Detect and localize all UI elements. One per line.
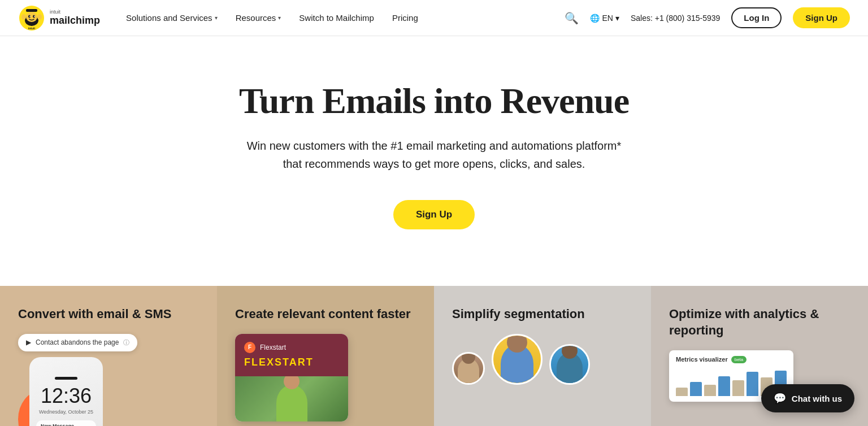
email-header: F Flexstart FLEXSTART (235, 334, 348, 376)
feature-title-3: Simplify segmentation (452, 306, 633, 323)
nav-right: 🔍 🌐 EN ▾ Sales: +1 (800) 315-5939 Log In… (565, 7, 850, 28)
metrics-header: Metrics visualizer beta (676, 356, 787, 363)
chat-bubble-icon: 💬 (774, 392, 786, 405)
logo-link[interactable]: intuit intuit mailchimp (18, 5, 100, 32)
nav-solutions[interactable]: Solutions and Services ▾ (118, 8, 225, 27)
bar-6 (747, 372, 758, 396)
phone-time: 12:36 (41, 384, 92, 408)
phone-notification: New Message (36, 420, 96, 426)
card1-content: ▶ Contact abandons the page ⓘ 12:36 Wedn… (18, 334, 199, 426)
phone-mockup: 12:36 Wednesday, October 25 New Message (29, 357, 103, 426)
bar-4 (718, 376, 730, 396)
feature-title-2: Create relevant content faster (235, 306, 416, 323)
email-image (235, 376, 348, 421)
bar-5 (732, 380, 744, 396)
nav-resources[interactable]: Resources ▾ (228, 8, 289, 27)
hero-subtitle: Win new customers with the #1 email mark… (236, 137, 632, 173)
metrics-badge: beta (731, 356, 747, 363)
feature-title-4: Optimize with analytics & reporting (669, 306, 850, 338)
svg-text:intuit: intuit (28, 27, 36, 30)
bar-1 (676, 388, 688, 396)
avatar-2 (492, 334, 542, 385)
hero-section: Turn Emails into Revenue Win new custome… (0, 36, 868, 286)
chevron-down-icon: ▾ (615, 14, 619, 23)
phone-screen: 12:36 Wednesday, October 25 New Message (29, 357, 103, 426)
signup-nav-button[interactable]: Sign Up (793, 7, 850, 28)
svg-point-5 (29, 16, 31, 17)
feature-card-email-sms: Convert with email & SMS ▶ Contact aband… (0, 286, 217, 426)
automation-bubble: ▶ Contact abandons the page ⓘ (18, 334, 137, 351)
feature-card-segmentation: Simplify segmentation (434, 286, 651, 426)
sales-phone: Sales: +1 (800) 315-5939 (631, 14, 720, 23)
avatar-3 (549, 344, 590, 385)
features-section: Convert with email & SMS ▶ Contact aband… (0, 286, 868, 426)
svg-point-6 (34, 16, 35, 17)
phone-date: Wednesday, October 25 (39, 409, 93, 415)
email-mockup: F Flexstart FLEXSTART (235, 334, 348, 421)
navbar: intuit intuit mailchimp Solutions and Se… (0, 0, 868, 36)
bar-2 (690, 382, 702, 396)
language-selector[interactable]: 🌐 EN ▾ (590, 14, 619, 23)
brand-name: Flexstart (260, 344, 286, 351)
chat-label: Chat with us (792, 394, 842, 403)
bar-3 (704, 385, 716, 396)
hero-title: Turn Emails into Revenue (239, 81, 629, 121)
svg-point-2 (26, 12, 37, 22)
chat-widget[interactable]: 💬 Chat with us (761, 384, 854, 412)
logo-mailchimp-text: mailchimp (50, 15, 100, 27)
feature-card-content: Create relevant content faster F Flexsta… (217, 286, 434, 426)
feature-title-1: Convert with email & SMS (18, 306, 199, 323)
nav-links: Solutions and Services ▾ Resources ▾ Swi… (118, 8, 565, 27)
chevron-down-icon: ▾ (278, 15, 281, 21)
svg-point-7 (21, 14, 26, 20)
login-button[interactable]: Log In (731, 7, 782, 28)
avatars-row (452, 334, 633, 385)
signup-hero-button[interactable]: Sign Up (393, 200, 475, 229)
avatar-1 (452, 352, 485, 385)
nav-pricing[interactable]: Pricing (384, 8, 426, 27)
brand-icon: F (244, 342, 255, 353)
svg-rect-9 (26, 9, 37, 12)
globe-icon: 🌐 (590, 14, 600, 23)
email-headline: FLEXSTART (244, 357, 339, 368)
info-icon: ⓘ (123, 338, 129, 347)
svg-point-8 (37, 14, 42, 20)
search-icon[interactable]: 🔍 (565, 11, 579, 25)
mailchimp-logo-icon: intuit (18, 5, 45, 32)
play-icon: ▶ (26, 338, 31, 346)
chevron-down-icon: ▾ (215, 15, 218, 21)
email-logo-row: F Flexstart (244, 342, 339, 353)
metrics-title: Metrics visualizer (676, 356, 728, 363)
nav-switch[interactable]: Switch to Mailchimp (291, 8, 382, 27)
